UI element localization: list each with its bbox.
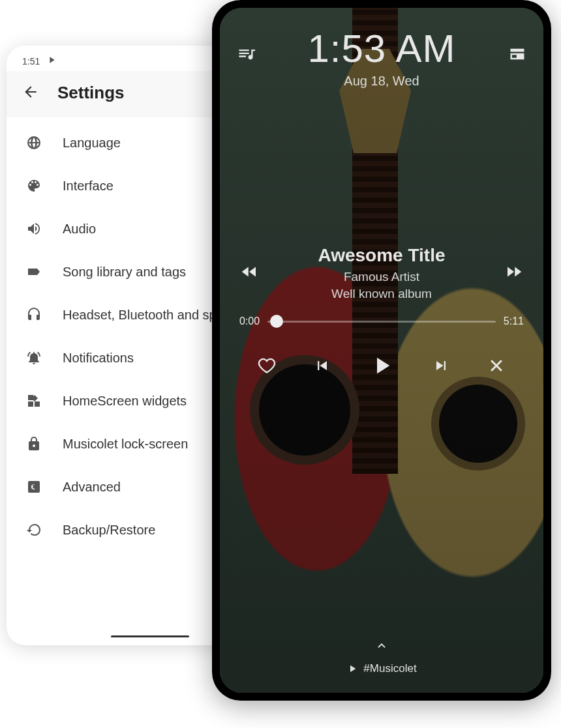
- favorite-button[interactable]: [258, 357, 276, 377]
- settings-item-label: Backup/Restore: [63, 521, 155, 538]
- total-time: 5:11: [504, 315, 524, 327]
- queue-icon[interactable]: [237, 45, 255, 66]
- close-button[interactable]: [487, 357, 506, 377]
- elapsed-time: 0:00: [239, 315, 260, 327]
- lock-time: 1:53 AM: [307, 26, 455, 71]
- settings-item-label: Interface: [63, 177, 114, 194]
- settings-item-label: Song library and tags: [63, 263, 186, 280]
- widgets-icon: [25, 393, 43, 409]
- chevron-up-icon[interactable]: [220, 639, 543, 656]
- progress-bar[interactable]: 0:00 5:11: [220, 301, 543, 327]
- globe-icon: [25, 135, 43, 151]
- lyrics-icon[interactable]: [508, 45, 526, 66]
- settings-item-label: Language: [63, 134, 121, 151]
- song-artist: Famous Artist: [318, 270, 445, 284]
- bell-icon: [25, 350, 43, 366]
- app-brand: #Musicolet: [346, 662, 416, 675]
- song-title: Awesome Title: [318, 245, 445, 266]
- tag-icon: [25, 264, 43, 280]
- navigation-handle[interactable]: [111, 635, 189, 637]
- brand-text: #Musicolet: [363, 662, 416, 675]
- restore-icon: [25, 522, 43, 538]
- lockscreen: 1:53 AM Aug 18, Wed Awesome Title F: [220, 8, 543, 693]
- seek-track[interactable]: [267, 321, 496, 323]
- playback-controls: [220, 327, 543, 382]
- rewind-icon[interactable]: [239, 262, 259, 284]
- previous-button[interactable]: [313, 357, 331, 377]
- next-button[interactable]: [432, 357, 450, 377]
- lockscreen-device: 1:53 AM Aug 18, Wed Awesome Title F: [212, 0, 551, 701]
- lock-icon: [25, 436, 43, 452]
- gear-icon: [25, 479, 43, 495]
- status-time: 1:51: [22, 56, 40, 66]
- seek-thumb[interactable]: [270, 315, 283, 328]
- palette-icon: [25, 178, 43, 194]
- fast-forward-icon[interactable]: [504, 262, 524, 284]
- settings-title: Settings: [57, 83, 125, 103]
- song-album: Well known album: [318, 287, 445, 301]
- volume-icon: [25, 221, 43, 237]
- settings-item-label: Audio: [63, 220, 96, 237]
- settings-item-label: Notifications: [63, 349, 134, 366]
- play-button[interactable]: [368, 352, 395, 382]
- back-icon[interactable]: [22, 83, 39, 103]
- settings-item-label: HomeScreen widgets: [63, 392, 187, 409]
- settings-item-label: Musicolet lock-screen: [63, 435, 188, 452]
- song-metadata: Awesome Title Famous Artist Well known a…: [318, 245, 445, 301]
- lock-date: Aug 18, Wed: [307, 74, 455, 89]
- app-logo-icon: [46, 55, 57, 67]
- headset-icon: [25, 307, 43, 323]
- settings-item-label: Advanced: [63, 478, 121, 495]
